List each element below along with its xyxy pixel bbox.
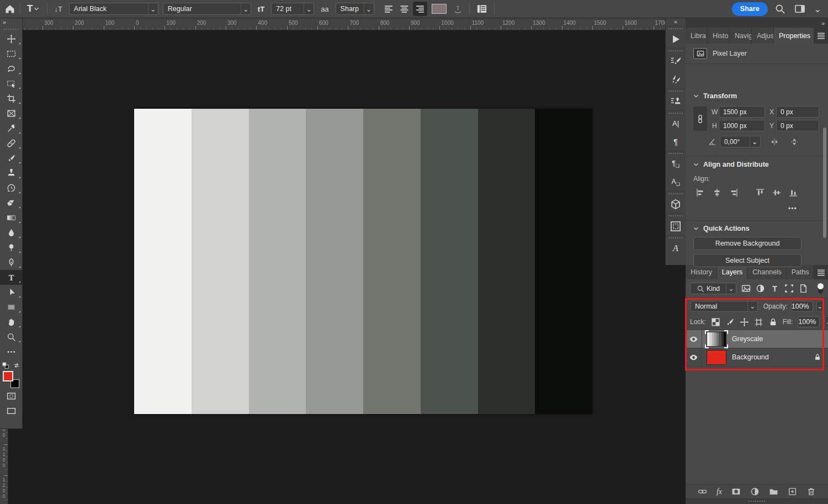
canvas-greyscale-image[interactable] xyxy=(134,109,592,414)
tool-eyedropper[interactable] xyxy=(0,121,23,136)
panel-menu-icon[interactable] xyxy=(814,265,828,279)
filter-smart-objects-icon[interactable] xyxy=(799,284,808,293)
align-more-button[interactable]: ••• xyxy=(788,205,797,213)
layer-style-icon[interactable]: fx xyxy=(716,487,722,496)
workspace-switcher-icon[interactable] xyxy=(792,2,808,16)
foreground-color-well[interactable] xyxy=(3,371,13,381)
font-style-select[interactable]: Regular ⌄ xyxy=(163,3,251,15)
collapsed-panel-clone-source-icon[interactable] xyxy=(666,92,686,110)
lock-paint-icon[interactable] xyxy=(725,317,735,327)
font-size-select[interactable]: 72 pt ⌄ xyxy=(271,3,314,15)
align-bottom-edges-icon[interactable] xyxy=(788,188,798,197)
panel-grip[interactable] xyxy=(668,215,683,216)
tool-clone-stamp[interactable] xyxy=(0,166,23,181)
panel-grip[interactable] xyxy=(668,113,683,114)
tool-healing-brush[interactable] xyxy=(0,136,23,151)
tool-pen[interactable] xyxy=(0,255,23,270)
screen-mode-button[interactable] xyxy=(0,404,23,418)
panel-grip[interactable] xyxy=(668,28,683,29)
toggle-panels-button[interactable] xyxy=(474,2,490,16)
lock-transparency-icon[interactable] xyxy=(711,317,720,327)
transform-section-header[interactable]: Transform xyxy=(692,92,737,100)
layer-row-background[interactable]: Background xyxy=(686,348,828,367)
layer-name[interactable]: Background xyxy=(732,353,769,361)
layer-visibility-eye-icon[interactable] xyxy=(686,348,702,366)
link-layers-icon[interactable] xyxy=(698,487,707,496)
layer-thumbnail[interactable] xyxy=(707,332,726,347)
tool-gradient[interactable] xyxy=(0,210,23,225)
tool-move[interactable] xyxy=(0,31,23,46)
align-horizontal-centers-icon[interactable] xyxy=(712,188,722,197)
filter-kind-select[interactable]: Kind ⌄ xyxy=(690,283,736,294)
width-input[interactable]: 1500 px xyxy=(719,106,765,118)
layer-row-greyscale[interactable]: Greyscale xyxy=(686,330,828,348)
tab-adjustments[interactable]: Adjus xyxy=(752,28,774,44)
flip-vertical-icon[interactable] xyxy=(789,137,799,146)
collapsed-panel-pattern-preview-icon[interactable] xyxy=(666,217,686,235)
tool-crop[interactable] xyxy=(0,91,23,106)
collapsed-panel-brush-settings-icon[interactable] xyxy=(666,52,686,70)
new-layer-icon[interactable] xyxy=(788,487,797,496)
align-left-edges-icon[interactable] xyxy=(696,188,705,197)
new-adjustment-layer-icon[interactable] xyxy=(750,487,760,496)
tool-hand[interactable] xyxy=(0,315,23,330)
share-button[interactable]: Share xyxy=(732,2,768,16)
tool-lasso[interactable] xyxy=(0,61,23,76)
select-subject-button[interactable]: Select Subject xyxy=(693,254,802,267)
filter-pixel-layers-icon[interactable] xyxy=(741,284,751,293)
tool-rectangular-marquee[interactable] xyxy=(0,46,23,61)
align-section-header[interactable]: Align and Distribute xyxy=(692,161,769,168)
filter-shape-layers-icon[interactable] xyxy=(784,284,794,293)
link-dimensions-button[interactable] xyxy=(693,107,707,131)
tool-type[interactable]: T xyxy=(0,270,23,285)
filter-type-layers-icon[interactable]: T xyxy=(770,284,779,293)
y-input[interactable]: 0 px xyxy=(776,120,819,131)
collapsed-panel-paragraph-styles-icon[interactable]: ¶❏ xyxy=(666,155,686,173)
tab-navigator[interactable]: Navig xyxy=(730,28,752,44)
tool-more-tools[interactable] xyxy=(0,344,23,359)
layer-visibility-eye-icon[interactable] xyxy=(686,330,702,348)
align-vertical-centers-icon[interactable] xyxy=(772,188,782,197)
search-icon[interactable] xyxy=(772,2,788,16)
panel-grip[interactable] xyxy=(668,91,683,92)
tool-dodge[interactable] xyxy=(0,240,23,255)
align-right-button[interactable] xyxy=(413,2,427,16)
remove-background-button[interactable]: Remove Background xyxy=(693,237,802,250)
tool-path-selection[interactable] xyxy=(0,285,23,300)
quick-mask-button[interactable] xyxy=(0,389,23,404)
tab-properties[interactable]: Properties xyxy=(774,28,814,44)
anti-alias-select[interactable]: Sharp ⌄ xyxy=(336,3,374,15)
align-left-button[interactable] xyxy=(382,2,396,16)
blend-mode-select[interactable]: Normal ⌄ xyxy=(690,301,758,312)
quick-actions-header[interactable]: Quick Actions xyxy=(692,225,750,232)
collapse-strip-icon[interactable]: « xyxy=(674,18,677,26)
tab-libraries[interactable]: Libra xyxy=(686,28,708,44)
home-icon[interactable] xyxy=(4,3,15,14)
swap-colors-icon[interactable] xyxy=(13,362,20,369)
lock-all-icon[interactable] xyxy=(768,317,778,327)
collapsed-panel-character-styles-icon[interactable]: A❏ xyxy=(666,173,686,191)
filter-adjustment-layers-icon[interactable] xyxy=(756,284,765,293)
tool-frame[interactable] xyxy=(0,106,23,121)
type-tool-indicator[interactable]: T xyxy=(25,2,43,16)
align-right-edges-icon[interactable] xyxy=(729,188,739,197)
collapse-panel-icon[interactable]: » xyxy=(821,20,825,26)
collapsed-panel-glyphs-icon[interactable]: A xyxy=(666,239,686,257)
height-input[interactable]: 1000 px xyxy=(719,120,765,131)
opacity-scrubber[interactable]: ⌄ xyxy=(816,301,824,312)
default-colors-icon[interactable] xyxy=(2,362,9,369)
collapsed-panel-brushes-icon[interactable] xyxy=(666,70,686,88)
tool-zoom[interactable] xyxy=(0,330,23,344)
lock-artboard-icon[interactable] xyxy=(754,317,763,327)
opacity-input[interactable]: 100% xyxy=(791,301,813,312)
tool-history-brush[interactable] xyxy=(0,181,23,195)
tool-blur[interactable] xyxy=(0,225,23,240)
expand-tools-icon[interactable]: » xyxy=(0,18,9,26)
chevron-down-icon[interactable]: ⌄ xyxy=(812,2,824,16)
panel-grip[interactable] xyxy=(668,153,683,154)
text-color-swatch[interactable] xyxy=(432,4,447,14)
tool-brush[interactable] xyxy=(0,151,23,166)
tab-histogram[interactable]: Histo xyxy=(708,28,730,44)
lock-position-icon[interactable] xyxy=(740,317,749,327)
layer-thumbnail[interactable] xyxy=(707,350,726,365)
